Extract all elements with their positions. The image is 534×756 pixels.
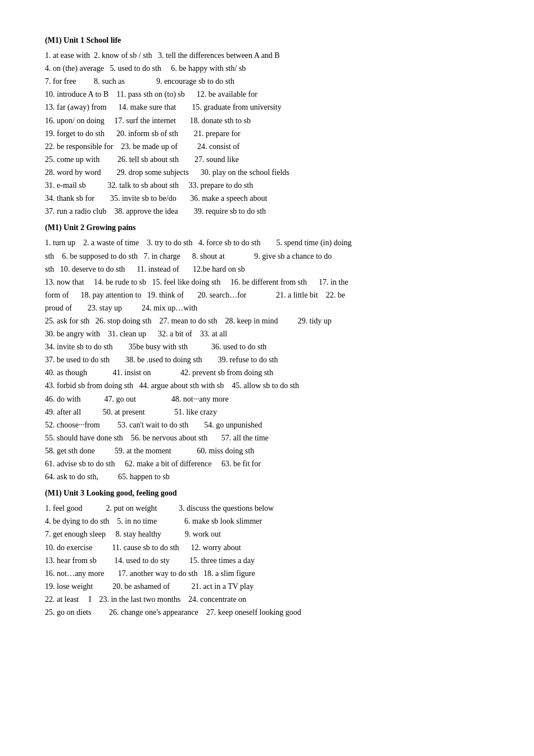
line: 34. thank sb for 35. invite sb to be/do … (45, 192, 495, 205)
line: 25. go on diets 26. change one's appeara… (45, 606, 495, 619)
line: 52. choose···from 53. can't wait to do s… (45, 418, 495, 431)
line: 7. for free 8. such as 9. encourage sb t… (45, 75, 495, 88)
line: 46. do with 47. go out 48. not···any mor… (45, 393, 495, 406)
line: 13. hear from sb 14. used to do sty 15. … (45, 554, 495, 567)
line: 64. ask to do sth, 65. happen to sb (45, 470, 495, 483)
line: 7. get enough sleep 8. stay healthy 9. w… (45, 528, 495, 541)
page-content: (M1) Unit 1 School life 1. at ease with … (45, 34, 495, 619)
line: 43. forbid sb from doing sth 44. argue a… (45, 379, 495, 392)
section-m1u2: (M1) Unit 2 Growing pains 1. turn up 2. … (45, 221, 495, 483)
line: 37. run a radio club 38. approve the ide… (45, 205, 495, 218)
line: 55. should have done sth 56. be nervous … (45, 431, 495, 444)
section-m1u1: (M1) Unit 1 School life 1. at ease with … (45, 34, 495, 218)
line: 16. upon/ on doing 17. surf the internet… (45, 114, 495, 127)
line: 13. now that 14. be rude to sb 15. feel … (45, 276, 495, 289)
line: 1. turn up 2. a waste of time 3. try to … (45, 236, 495, 249)
line: 30. be angry with 31. clean up 32. a bit… (45, 327, 495, 340)
line: 22. at least I 23. in the last two month… (45, 593, 495, 606)
line: 1. feel good 2. put on weight 3. discuss… (45, 502, 495, 515)
line: form of 18. pay attention to 19. think o… (45, 289, 495, 302)
line: 40. as though 41. insist on 42. prevent … (45, 366, 495, 379)
section-title-m1u3: (M1) Unit 3 Looking good, feeling good (45, 487, 495, 500)
line: 31. e-mail sb 32. talk to sb about sth 3… (45, 179, 495, 192)
line: 25. ask for sth 26. stop doing sth 27. m… (45, 314, 495, 327)
section-m1u3: (M1) Unit 3 Looking good, feeling good 1… (45, 487, 495, 619)
line: 10. do exercise 11. cause sb to do sth 1… (45, 541, 495, 554)
line: sth 6. be supposed to do sth 7. in charg… (45, 250, 495, 263)
line: 37. be used to do sth 38. be .used to do… (45, 353, 495, 366)
line: 34. invite sb to do sth 35be busy with s… (45, 340, 495, 353)
line: sth 10. deserve to do sth 11. instead of… (45, 263, 495, 276)
line: 25. come up with 26. tell sb about sth 2… (45, 153, 495, 166)
line: 4. be dying to do sth 5. in no time 6. m… (45, 515, 495, 528)
line: 61. advise sb to do sth 62. make a bit o… (45, 457, 495, 470)
line: 10. introduce A to B 11. pass sth on (to… (45, 88, 495, 101)
line: 1. at ease with 2. know of sb / sth 3. t… (45, 49, 495, 62)
line: 16. not…any more 17. another way to do s… (45, 567, 495, 580)
line: 13. far (away) from 14. make sure that 1… (45, 101, 495, 114)
line: proud of 23. stay up 24. mix up…with (45, 302, 495, 314)
line: 22. be responsible for 23. be made up of… (45, 140, 495, 153)
line: 4. on (the) average 5. used to do sth 6.… (45, 62, 495, 75)
line: 28. word by word 29. drop some subjects … (45, 166, 495, 179)
line: 19. lose weight 20. be ashamed of 21. ac… (45, 580, 495, 593)
line: 19. forget to do sth 20. inform sb of st… (45, 127, 495, 140)
line: 49. after all 50. at present 51. like cr… (45, 406, 495, 418)
line: 58. get sth done 59. at the moment 60. m… (45, 444, 495, 457)
section-title-m1u1: (M1) Unit 1 School life (45, 34, 495, 47)
section-title-m1u2: (M1) Unit 2 Growing pains (45, 221, 495, 234)
